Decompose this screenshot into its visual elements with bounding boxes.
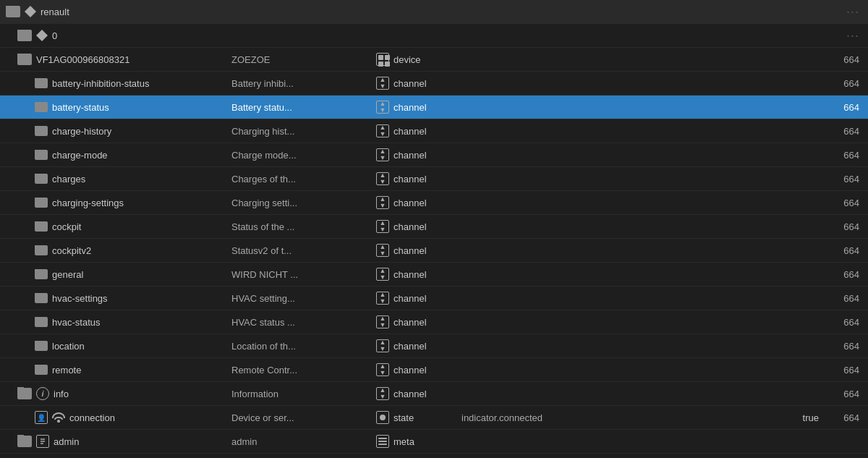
item-count: ··· (825, 28, 868, 43)
item-description: HVAC status ... (231, 317, 376, 328)
item-count: 664 (825, 102, 868, 113)
list-item[interactable]: hvac-statusHVAC status ...▲▼channel664 (0, 310, 868, 334)
type-label: channel (393, 102, 427, 113)
list-item[interactable]: locationLocation of th...▲▼channel664 (0, 334, 868, 358)
item-count: 664 (825, 198, 868, 208)
channel-type-icon: ▲▼ (376, 244, 389, 257)
type-label: meta (393, 436, 414, 447)
folder-icon (35, 126, 48, 136)
item-count: 664 (825, 245, 868, 256)
list-item[interactable]: charge-modeCharge mode...▲▼channel664 (0, 143, 868, 167)
item-description: Location of th... (231, 341, 376, 352)
channel-type-icon: ▲▼ (376, 101, 389, 114)
folder-icon (17, 436, 32, 447)
folder-icon (6, 6, 20, 17)
channel-type-icon: ▲▼ (376, 196, 389, 209)
item-name: cockpitv2 (52, 245, 91, 256)
type-label: channel (393, 293, 427, 304)
item-name: hvac-settings (52, 293, 108, 304)
item-name: charge-mode (52, 150, 108, 161)
item-description: Information (231, 389, 376, 399)
folder-icon (35, 174, 48, 184)
channel-type-icon: ▲▼ (376, 124, 389, 137)
item-description: Statusv2 of t... (231, 245, 376, 256)
item-count: 664 (825, 341, 868, 352)
item-description: Battery inhibi... (231, 78, 376, 89)
folder-icon (35, 293, 48, 303)
item-count: 664 (825, 221, 868, 232)
list-item[interactable]: 👤connectionDevice or ser...stateindicato… (0, 406, 868, 430)
item-count: 664 (825, 269, 868, 280)
folder-icon (35, 341, 48, 351)
type-label: state (393, 412, 414, 423)
meta-type-icon (376, 435, 389, 448)
list-item[interactable]: battery-inhibition-statusBattery inhibi.… (0, 72, 868, 96)
item-name: info (54, 389, 69, 399)
item-description: Remote Contr... (231, 365, 376, 376)
item-name: location (52, 341, 85, 352)
type-label: channel (393, 150, 427, 161)
list-item[interactable]: hvac-settingsHVAC setting...▲▼channel664 (0, 287, 868, 310)
tree-container[interactable]: renault···0···VF1AG000966808321ZOEZOEdev… (0, 0, 868, 458)
device-type-icon (376, 53, 389, 66)
item-name: renault (41, 7, 69, 17)
list-item[interactable]: generalWIRD NICHT ...▲▼channel664 (0, 263, 868, 287)
item-count: 664 (825, 126, 868, 137)
channel-type-icon: ▲▼ (376, 339, 389, 352)
item-count: 664 (825, 412, 868, 423)
list-item[interactable]: renault··· (0, 0, 868, 24)
type-label: channel (393, 365, 427, 376)
folder-icon (35, 245, 48, 255)
list-item[interactable]: chargesCharges of th...▲▼channel664 (0, 167, 868, 191)
item-count: 664 (825, 317, 868, 328)
item-description: Charging setti... (231, 198, 376, 208)
type-label: channel (393, 245, 427, 256)
folder-icon (35, 317, 48, 327)
wifi-icon (52, 412, 65, 423)
list-item[interactable]: adminadminmeta (0, 430, 868, 454)
item-description: Device or ser... (231, 412, 376, 423)
type-label: channel (393, 78, 427, 89)
type-label: channel (393, 126, 427, 137)
list-item[interactable]: battery-statusBattery statu...▲▼channel6… (0, 96, 868, 119)
channel-type-icon: ▲▼ (376, 363, 389, 376)
item-count: 664 (825, 78, 868, 89)
item-count: 664 (825, 389, 868, 399)
item-description: HVAC setting... (231, 293, 376, 304)
list-item[interactable]: charge-historyCharging hist...▲▼channel6… (0, 119, 868, 143)
item-name: charges (52, 174, 85, 185)
item-name: 0 (52, 30, 57, 41)
list-item[interactable]: remoteRemote Contr...▲▼channel664 (0, 358, 868, 382)
folder-icon (35, 150, 48, 160)
item-count: 664 (825, 150, 868, 161)
folder-icon (35, 365, 48, 375)
list-item[interactable]: VF1AG000966808321ZOEZOEdevice664 (0, 48, 868, 72)
folder-icon (17, 54, 32, 65)
admin-doc-icon (36, 435, 49, 448)
item-count: 664 (825, 54, 868, 65)
list-item[interactable]: charging-settingsCharging setti...▲▼chan… (0, 191, 868, 215)
channel-type-icon: ▲▼ (376, 172, 389, 185)
item-name: hvac-status (52, 317, 100, 328)
folder-icon (17, 30, 32, 41)
item-name: admin (54, 436, 79, 447)
type-label: channel (393, 341, 427, 352)
list-item[interactable]: 0··· (0, 24, 868, 48)
item-name: remote (52, 365, 81, 376)
folder-icon (35, 102, 48, 112)
folder-icon (35, 198, 48, 208)
list-item[interactable]: cockpitv2Statusv2 of t...▲▼channel664 (0, 239, 868, 263)
channel-type-icon: ▲▼ (376, 148, 389, 161)
item-name: VF1AG000966808321 (36, 54, 129, 65)
item-description: Status of the ... (231, 221, 376, 232)
item-name: connection (69, 412, 115, 423)
channel-type-icon: ▲▼ (376, 387, 389, 400)
item-description: Battery statu... (231, 102, 376, 113)
item-count: 664 (825, 365, 868, 376)
type-label: device (393, 54, 421, 65)
type-label: channel (393, 269, 427, 280)
list-item[interactable]: cockpitStatus of the ...▲▼channel664 (0, 215, 868, 239)
channel-type-icon: ▲▼ (376, 268, 389, 281)
list-item[interactable]: iinfoInformation▲▼channel664 (0, 382, 868, 406)
item-description: ZOEZOE (231, 54, 376, 65)
